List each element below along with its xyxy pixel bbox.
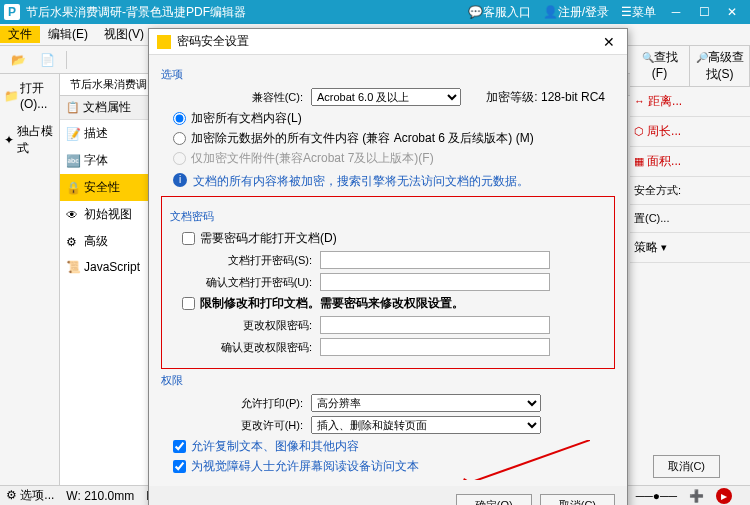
- tab-document[interactable]: 节后水果消费调: [60, 74, 158, 95]
- doc-password-section: 文档密码: [170, 209, 606, 224]
- bg-cancel-button[interactable]: 取消(C): [653, 455, 720, 478]
- confirm-open-label: 确认文档打开密码(U):: [170, 275, 320, 290]
- prop-javascript[interactable]: 📜JavaScript: [60, 255, 149, 279]
- confirm-open-password-input[interactable]: [320, 273, 550, 291]
- zoom-in[interactable]: ➕: [689, 489, 704, 503]
- pdf-badge-icon[interactable]: ▸: [716, 488, 732, 504]
- close-button[interactable]: ✕: [718, 5, 746, 19]
- password-highlight-area: 文档密码 需要密码才能打开文档(D) 文档打开密码(S): 确认文档打开密码(U…: [161, 196, 615, 369]
- tab-advfind[interactable]: 🔎高级查找(S): [690, 46, 750, 86]
- sidebar-exclusive[interactable]: ✦独占模式: [0, 117, 59, 163]
- perm-pwd-label: 更改权限密码:: [170, 318, 320, 333]
- minimize-button[interactable]: ─: [662, 5, 690, 19]
- strategy-dropdown[interactable]: 策略 ▾: [630, 233, 750, 263]
- check-allow-copy[interactable]: 允许复制文本、图像和其他内容: [173, 438, 615, 455]
- encrypt-level: 加密等级: 128-bit RC4: [461, 89, 615, 106]
- lock-icon: [157, 35, 171, 49]
- sidebar-open[interactable]: 📁打开(O)...: [0, 74, 59, 117]
- check-require-open-password[interactable]: 需要密码才能打开文档(D): [182, 230, 606, 247]
- prop-security[interactable]: 🔒安全性: [60, 174, 149, 201]
- status-width: W: 210.0mm: [66, 489, 134, 503]
- dialog-title: 密码安全设置: [177, 33, 599, 50]
- change-label: 更改许可(H):: [161, 418, 311, 433]
- settings-link[interactable]: 置(C)...: [630, 205, 750, 233]
- tool-distance[interactable]: ↔ 距离...: [630, 87, 750, 117]
- right-panel: 🔍查找(F) 🔎高级查找(S) ↔ 距离... ⬡ 周长... ▦ 面积... …: [630, 46, 750, 485]
- menu-file[interactable]: 文件: [0, 26, 40, 43]
- confirm-perm-label: 确认更改权限密码:: [170, 340, 320, 355]
- tool-perimeter[interactable]: ⬡ 周长...: [630, 117, 750, 147]
- options-section: 选项: [161, 67, 615, 82]
- zoom-slider[interactable]: ──●──: [636, 489, 677, 503]
- print-label: 允许打印(P):: [161, 396, 311, 411]
- properties-panel: 📋 文档属性 📝描述 🔤字体 🔒安全性 👁初始视图 ⚙高级 📜JavaScrip…: [60, 96, 150, 485]
- left-sidebar: 📁打开(O)... ✦独占模式: [0, 74, 60, 485]
- folder-open-icon[interactable]: 📂: [7, 51, 30, 69]
- compat-select[interactable]: Acrobat 6.0 及以上: [311, 88, 461, 106]
- register-login[interactable]: 👤 注册/登录: [543, 4, 609, 21]
- permissions-section: 权限: [161, 373, 615, 388]
- prop-fonts[interactable]: 🔤字体: [60, 147, 149, 174]
- compat-label: 兼容性(C):: [161, 90, 311, 105]
- info-icon: i: [173, 173, 187, 187]
- maximize-button[interactable]: ☐: [690, 5, 718, 19]
- prop-description[interactable]: 📝描述: [60, 120, 149, 147]
- help-entry[interactable]: 💬 客服入口: [468, 4, 531, 21]
- prop-initial-view[interactable]: 👁初始视图: [60, 201, 149, 228]
- check-screen-reader[interactable]: 为视觉障碍人士允许屏幕阅读设备访问文本: [173, 458, 615, 475]
- menu-edit[interactable]: 编辑(E): [40, 26, 96, 43]
- cancel-button[interactable]: 取消(C): [540, 494, 615, 505]
- tool-area[interactable]: ▦ 面积...: [630, 147, 750, 177]
- menu-view[interactable]: 视图(V): [96, 26, 152, 43]
- window-title: 节后水果消费调研-背景色迅捷PDF编辑器: [26, 4, 462, 21]
- change-select[interactable]: 插入、删除和旋转页面: [311, 416, 541, 434]
- main-menu[interactable]: ☰ 菜单: [621, 4, 656, 21]
- prop-advanced[interactable]: ⚙高级: [60, 228, 149, 255]
- ok-button[interactable]: 确定(O): [456, 494, 532, 505]
- dialog-close-button[interactable]: ✕: [599, 34, 619, 50]
- open-pwd-label: 文档打开密码(S):: [170, 253, 320, 268]
- tab-find[interactable]: 🔍查找(F): [630, 46, 690, 86]
- permission-password-input[interactable]: [320, 316, 550, 334]
- radio-encrypt-except-meta[interactable]: 加密除元数据外的所有文件内容 (兼容 Acrobat 6 及后续版本) (M): [173, 130, 615, 147]
- password-security-dialog: 密码安全设置 ✕ 选项 兼容性(C): Acrobat 6.0 及以上 加密等级…: [148, 28, 628, 505]
- confirm-permission-password-input[interactable]: [320, 338, 550, 356]
- titlebar: P 节后水果消费调研-背景色迅捷PDF编辑器 💬 客服入口 👤 注册/登录 ☰ …: [0, 0, 750, 24]
- status-options[interactable]: ⚙ 选项...: [6, 487, 54, 504]
- open-password-input[interactable]: [320, 251, 550, 269]
- props-header: 📋 文档属性: [60, 96, 149, 120]
- info-message: i 文档的所有内容将被加密，搜索引擎将无法访问文档的元数据。: [173, 173, 615, 190]
- radio-encrypt-all[interactable]: 加密所有文档内容(L): [173, 110, 615, 127]
- app-logo: P: [4, 4, 20, 20]
- new-doc-icon[interactable]: 📄: [36, 51, 59, 69]
- print-select[interactable]: 高分辨率: [311, 394, 541, 412]
- radio-encrypt-attachments: 仅加密文件附件(兼容Acrobat 7及以上版本)(F): [173, 150, 615, 167]
- check-restrict-editing[interactable]: 限制修改和打印文档。需要密码来修改权限设置。: [182, 295, 606, 312]
- security-method-label: 安全方式:: [630, 177, 750, 205]
